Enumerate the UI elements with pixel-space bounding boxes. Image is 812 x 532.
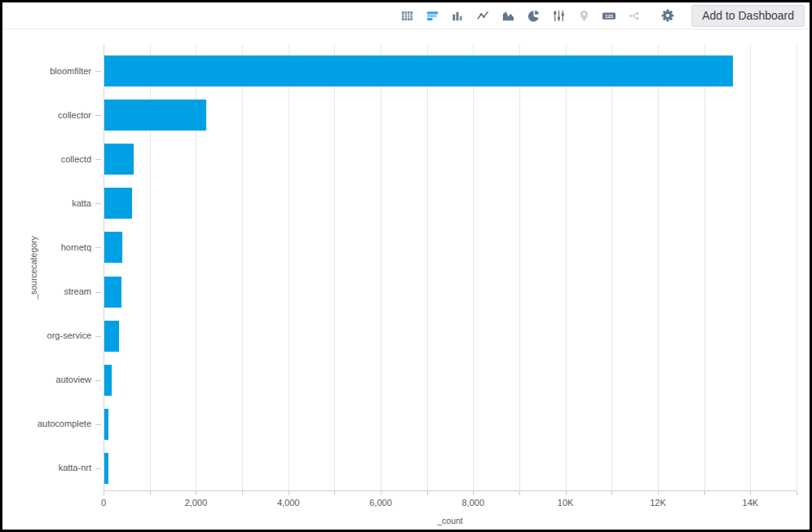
bar[interactable] <box>104 188 132 219</box>
bar-column-icon[interactable] <box>450 8 465 23</box>
bar[interactable] <box>104 232 122 263</box>
sliders-icon[interactable] <box>551 8 566 23</box>
gridline <box>519 45 520 490</box>
x-tick-label: 4,000 <box>277 498 300 508</box>
y-axis-tick <box>95 115 101 116</box>
gridline <box>566 45 567 490</box>
x-tick-label: 6,000 <box>369 498 392 508</box>
flow-nodes-icon[interactable] <box>627 8 642 23</box>
x-tick-label: 10K <box>558 498 574 508</box>
map-pin-icon[interactable] <box>576 8 591 23</box>
gridline <box>242 45 243 490</box>
bar[interactable] <box>104 144 134 175</box>
y-axis-tick <box>95 292 101 293</box>
y-category-label: katta-nrt <box>2 463 91 473</box>
x-axis-tick <box>150 491 151 495</box>
x-axis-tick <box>196 491 196 495</box>
gridline <box>334 45 335 490</box>
pie-chart-icon[interactable] <box>526 8 541 23</box>
y-category-label: autoview <box>2 375 91 385</box>
y-axis-tick <box>95 424 101 425</box>
x-tick-label: 8,000 <box>462 498 485 508</box>
x-axis-tick <box>704 491 705 495</box>
x-axis-tick <box>658 491 659 495</box>
y-axis-tick <box>95 247 101 248</box>
x-tick-label: 14K <box>743 498 759 508</box>
y-category-label: hornetq <box>2 242 91 253</box>
x-axis-tick <box>797 491 797 495</box>
line-chart-icon[interactable] <box>475 8 490 23</box>
y-axis-tick <box>95 468 101 469</box>
y-axis-tick <box>95 336 101 337</box>
x-axis-tick <box>104 491 104 495</box>
gridline <box>381 45 382 490</box>
y-axis-tick <box>95 203 101 204</box>
table-icon[interactable] <box>399 8 414 23</box>
y-category-label: collector <box>2 110 91 121</box>
numeric-123-icon[interactable]: 123 <box>602 8 616 23</box>
bar[interactable] <box>104 365 112 396</box>
y-axis-tick <box>95 159 101 160</box>
x-tick-label: 12K <box>650 498 666 508</box>
numeric-badge-text: 123 <box>605 13 614 18</box>
bar[interactable] <box>104 321 119 352</box>
gridline <box>797 45 797 490</box>
area-chart-icon[interactable] <box>501 8 515 23</box>
gridline <box>611 45 612 490</box>
y-axis-tick <box>95 380 101 381</box>
chart-canvas: _count _sourcecategory 02,0004,0006,0008… <box>2 29 810 530</box>
y-category-label: bloomfilter <box>2 66 91 77</box>
gridline <box>427 45 428 490</box>
gridline <box>658 45 659 490</box>
gridline <box>289 45 289 490</box>
x-axis-tick <box>750 491 751 495</box>
x-axis-title: _count <box>437 516 463 525</box>
x-axis-tick <box>381 491 382 495</box>
y-category-label: org-service <box>2 330 91 341</box>
bar[interactable] <box>104 100 206 131</box>
x-axis-tick <box>334 491 335 495</box>
bar-horizontal-icon[interactable] <box>425 8 439 23</box>
x-axis-tick <box>473 491 474 495</box>
x-axis-tick <box>519 491 520 495</box>
x-tick-label: 2,000 <box>185 498 208 508</box>
add-to-dashboard-button[interactable]: Add to Dashboard <box>691 5 805 27</box>
x-tick-label: 0 <box>101 498 106 508</box>
settings-gear-icon[interactable] <box>660 8 675 23</box>
gridline <box>704 45 705 490</box>
bar[interactable] <box>104 55 733 86</box>
chart-toolbar: 123 <box>2 2 810 29</box>
x-axis-tick <box>289 491 289 495</box>
y-category-label: stream <box>2 286 91 297</box>
x-axis-tick <box>611 491 612 495</box>
bar[interactable] <box>104 453 108 484</box>
x-axis-tick <box>566 491 567 495</box>
y-category-label: collectd <box>2 154 91 165</box>
bar[interactable] <box>104 409 108 440</box>
y-category-label: autocomplete <box>2 419 91 429</box>
x-axis-line <box>104 490 797 491</box>
bar[interactable] <box>104 277 121 308</box>
x-axis-tick <box>242 491 243 495</box>
y-axis-tick <box>95 71 101 72</box>
y-category-label: katta <box>2 198 91 209</box>
app-window: 123 <box>0 0 812 532</box>
gridline <box>473 45 474 490</box>
gridline <box>750 45 751 490</box>
x-axis-tick <box>427 491 428 495</box>
